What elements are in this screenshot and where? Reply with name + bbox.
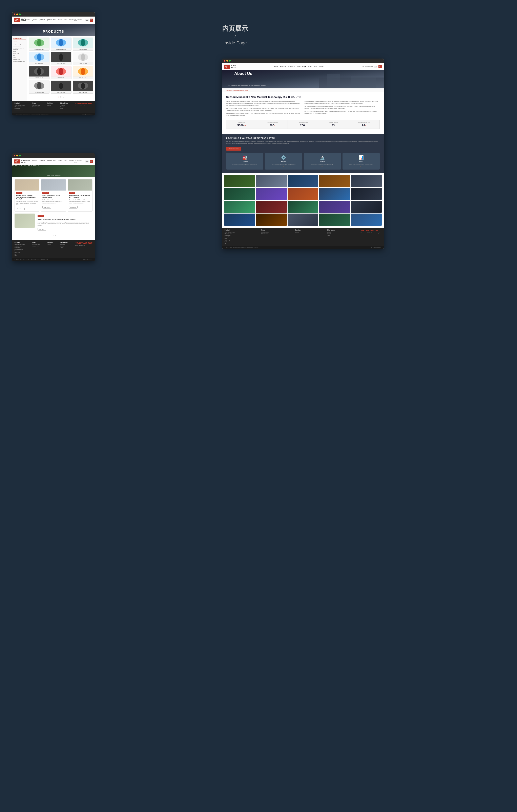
footer-link[interactable]: Carpet Tiles <box>15 247 25 248</box>
product-card[interactable]: RRPTS-010-Bk-St <box>73 81 93 94</box>
footer-link[interactable]: Industry News <box>32 245 40 246</box>
product-card[interactable]: CRP-020-Gr-1lm <box>73 66 93 79</box>
footer-link[interactable]: Water Plug <box>224 239 235 241</box>
footer-link[interactable]: About Us <box>60 105 68 106</box>
nav-about[interactable]: About <box>314 66 317 67</box>
header-lang[interactable]: EN <box>374 66 377 68</box>
footer-link[interactable]: Video <box>60 108 68 109</box>
footer-link[interactable]: Company News <box>261 232 269 233</box>
nav-contact[interactable]: Contact <box>69 19 74 22</box>
footer-link[interactable]: Contact <box>327 233 335 234</box>
nav-news[interactable]: News & Blog ▾ <box>297 66 306 67</box>
window-maximize-dot[interactable] <box>19 155 21 156</box>
product-card[interactable]: FRP200-020-Bk-Po <box>29 81 50 94</box>
nav-contact[interactable]: Contact <box>319 66 324 67</box>
footer-link[interactable]: Interior Furniture <box>224 236 235 238</box>
sidebar-link-interior[interactable]: Interior Furniture <box>13 45 26 47</box>
footer-link[interactable]: About Us <box>60 244 68 245</box>
sidebar-link-shopping-bag[interactable]: Shopping Bag <box>13 43 26 45</box>
footer-link[interactable]: SPC <box>224 243 235 244</box>
footer-link[interactable]: Wear-Resistant Layer <box>15 244 25 245</box>
nav-home[interactable]: Home <box>274 66 278 67</box>
feature-more-button[interactable]: + More <box>305 166 339 168</box>
footer-link[interactable]: Shopping Bag <box>15 245 25 246</box>
nav-video[interactable]: Video <box>308 66 311 67</box>
feature-more-button[interactable]: + More <box>344 166 378 168</box>
window-close-dot[interactable] <box>14 155 15 156</box>
footer-link[interactable]: Carpet Tiles <box>15 108 25 109</box>
nav-video[interactable]: Video <box>58 19 62 22</box>
footer-link[interactable]: Solution <box>48 105 53 106</box>
footer-link[interactable]: Company News <box>32 105 40 106</box>
nav-solution[interactable]: Solution ▾ <box>39 160 46 163</box>
read-more-button[interactable]: Read More › <box>43 206 51 208</box>
footer-link[interactable]: Shopping Bag <box>224 233 235 234</box>
product-card[interactable]: RRPTS-020-Bk-ET <box>51 81 71 94</box>
footer-link[interactable]: Shopping Bag <box>15 106 25 107</box>
sidebar-link-all-lvt[interactable]: All LVT <box>13 41 26 43</box>
product-card[interactable]: FRP200-020-WH <box>73 52 93 65</box>
header-lang[interactable]: EN <box>85 19 88 21</box>
footer-link[interactable]: Contact <box>60 245 68 246</box>
sidebar-link-spc[interactable]: SPC <box>13 56 26 58</box>
contact-us-now-button[interactable]: Contact Us Now <box>226 147 241 151</box>
window-close-dot[interactable] <box>14 13 15 15</box>
footer-link[interactable]: Company News <box>32 244 40 245</box>
footer-link[interactable]: Video <box>60 247 68 248</box>
nav-solution[interactable]: Solution ▾ <box>39 19 46 22</box>
nav-product[interactable]: Product ▾ <box>280 66 286 67</box>
header-lang[interactable]: EN <box>85 161 88 163</box>
product-card[interactable]: FRP200-030-B-5 <box>29 52 50 65</box>
footer-link[interactable]: Wear-Resistant Layer <box>15 105 25 106</box>
footer-link[interactable]: Door <box>224 238 235 239</box>
nav-home[interactable]: Home <box>26 160 30 163</box>
window-minimize-dot[interactable] <box>16 155 18 156</box>
footer-link[interactable]: Water Plug <box>15 252 25 253</box>
window-close-dot[interactable] <box>224 60 225 62</box>
sidebar-link-water[interactable]: Water Plug <box>13 52 26 54</box>
read-more-button[interactable]: Read More › <box>16 208 25 210</box>
footer-link[interactable]: Contact <box>60 106 68 107</box>
sidebar-link-lvt[interactable]: LVT <box>13 54 26 56</box>
footer-link[interactable]: Industry News <box>32 106 40 107</box>
footer-link[interactable]: Industry News <box>261 233 269 234</box>
footer-link[interactable]: LVT <box>15 254 25 255</box>
product-card[interactable]: FRP200-010-BB <box>29 66 50 79</box>
nav-home[interactable]: Home <box>26 19 30 22</box>
product-card[interactable]: FRRTS-020-Bk-Po <box>51 52 71 65</box>
news-card-3[interactable]: SURFACE How To Evaluate The Service Life… <box>67 179 92 211</box>
product-card[interactable]: FRP200-020-Gr-ALEC <box>29 37 50 51</box>
footer-link[interactable]: Wear-Resistant Layer <box>224 232 235 233</box>
nav-solution[interactable]: Solution ▾ <box>288 66 295 67</box>
footer-link[interactable]: About Us <box>327 232 335 233</box>
product-card[interactable]: HRPTS-010-Re <box>51 66 71 79</box>
product-card[interactable]: FRP200-020-Gr-2 <box>73 37 93 51</box>
footer-link[interactable]: Carpet Tiles <box>224 235 235 236</box>
header-search-button[interactable]: 🔍 <box>90 19 93 22</box>
window-maximize-dot[interactable] <box>229 60 230 62</box>
news-card-1[interactable]: SURFACE How To Classify The Wear-Resista… <box>15 179 39 211</box>
nav-about[interactable]: About <box>64 19 67 22</box>
footer-link[interactable]: LVT <box>224 241 235 242</box>
header-search-button[interactable]: 🔍 <box>378 65 382 68</box>
nav-video[interactable]: Video <box>58 160 62 163</box>
window-minimize-dot[interactable] <box>16 13 18 15</box>
feature-more-button[interactable]: + More <box>228 166 262 168</box>
footer-link[interactable]: Door <box>15 250 25 252</box>
footer-link[interactable]: Interior Furniture <box>15 109 25 111</box>
window-maximize-dot[interactable] <box>19 13 21 15</box>
read-more-button[interactable]: Read More › <box>69 206 78 208</box>
nav-product[interactable]: Product ▾ <box>32 19 37 22</box>
nav-news[interactable]: News & Blog ▾ <box>48 160 56 163</box>
nav-news[interactable]: News & Blog ▾ <box>48 19 56 22</box>
sidebar-link-wear[interactable]: Wear-Resistant Layer <box>13 60 26 62</box>
feature-more-button[interactable]: + More <box>267 166 300 168</box>
news-card-2[interactable]: SURFACE Main Characteristics Of PVC Plas… <box>41 179 66 211</box>
sidebar-link-production[interactable]: Production Of Small Materials <box>13 47 26 50</box>
footer-link[interactable]: Interior Furniture <box>15 249 25 250</box>
sidebar-link-door[interactable]: Door <box>13 50 26 52</box>
product-card[interactable]: FRP200-020-B-ALEC <box>51 37 71 51</box>
nav-about[interactable]: About <box>64 160 67 163</box>
nav-product[interactable]: Product ▾ <box>32 160 37 163</box>
nav-contact[interactable]: Contact <box>69 160 74 163</box>
